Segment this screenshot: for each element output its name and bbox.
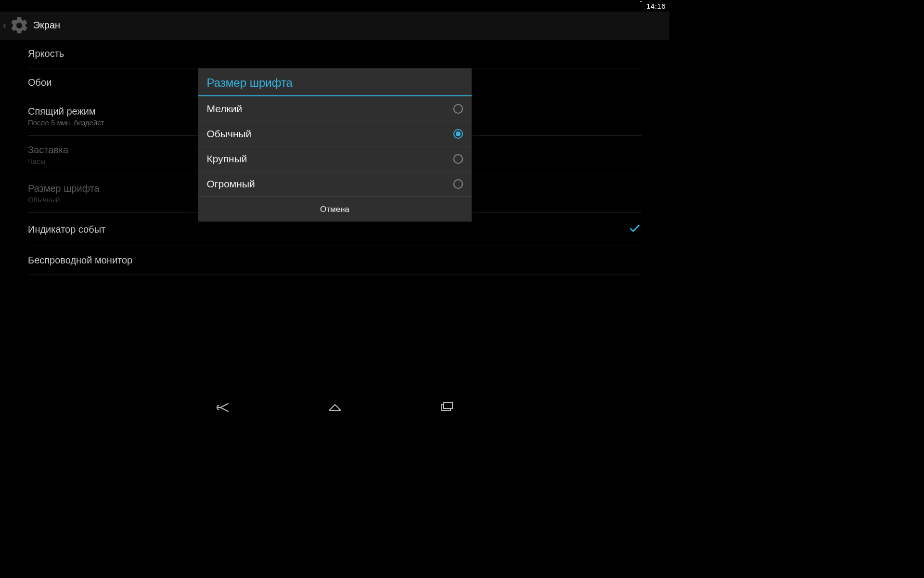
setting-title: Яркость [28,48,642,59]
status-time: 14:16 [646,2,666,10]
option-label: Обычный [207,128,453,140]
page-title: Экран [33,20,60,31]
radio-icon[interactable] [453,179,463,189]
nav-recents-button[interactable] [436,397,457,418]
status-bar: 14:16 [0,0,669,12]
cancel-button[interactable]: Отмена [320,205,349,214]
font-option-large[interactable]: Крупный [198,146,472,171]
navigation-bar [0,396,669,419]
font-option-huge[interactable]: Огромный [198,171,472,197]
radio-icon[interactable] [453,104,463,114]
radio-icon[interactable] [453,154,463,164]
checkbox-checked-icon[interactable] [628,222,642,237]
svg-rect-1 [444,403,452,408]
battery-icon [639,2,643,10]
settings-gear-icon [8,14,30,37]
setting-wireless-display[interactable]: Беспроводной монитор [28,246,642,275]
setting-brightness[interactable]: Яркость [28,39,642,68]
radio-selected-icon[interactable] [453,129,463,139]
back-caret-icon[interactable]: ‹ [3,20,6,31]
setting-title: Индикатор событ [28,224,628,235]
font-size-dialog: Размер шрифта Мелкий Обычный Крупный Огр… [198,68,472,222]
dialog-header: Размер шрифта [198,68,472,96]
font-option-small[interactable]: Мелкий [198,96,472,121]
action-bar[interactable]: ‹ Экран [0,12,669,39]
font-option-normal[interactable]: Обычный [198,121,472,146]
setting-title: Беспроводной монитор [28,255,642,266]
dialog-footer: Отмена [198,197,472,222]
option-label: Огромный [207,178,453,190]
nav-back-button[interactable] [213,397,233,418]
option-label: Крупный [207,153,453,165]
option-label: Мелкий [207,103,453,115]
dialog-title: Размер шрифта [207,76,463,90]
nav-home-button[interactable] [325,397,345,418]
